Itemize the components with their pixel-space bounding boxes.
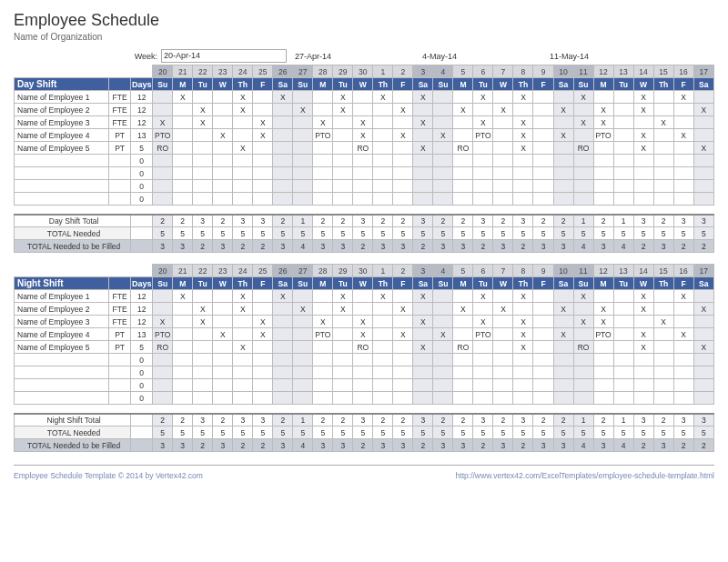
schedule-cell[interactable]: X	[593, 303, 613, 316]
schedule-cell[interactable]	[653, 91, 673, 104]
schedule-cell[interactable]	[393, 354, 413, 366]
schedule-cell[interactable]	[273, 392, 293, 405]
schedule-cell[interactable]	[613, 303, 633, 316]
schedule-cell[interactable]	[573, 366, 593, 379]
schedule-cell[interactable]	[153, 392, 173, 405]
schedule-cell[interactable]	[153, 303, 173, 316]
schedule-cell[interactable]	[233, 180, 253, 193]
schedule-cell[interactable]	[373, 104, 393, 116]
schedule-cell[interactable]	[533, 104, 553, 116]
schedule-cell[interactable]	[693, 193, 713, 206]
schedule-cell[interactable]	[413, 303, 433, 316]
schedule-cell[interactable]: X	[513, 328, 533, 341]
schedule-cell[interactable]: RO	[353, 341, 373, 354]
schedule-cell[interactable]: RO	[453, 341, 473, 354]
schedule-cell[interactable]: X	[373, 290, 393, 303]
schedule-cell[interactable]	[213, 142, 233, 155]
schedule-cell[interactable]: X	[573, 290, 593, 303]
schedule-cell[interactable]	[553, 354, 573, 366]
schedule-cell[interactable]: X	[273, 91, 293, 104]
schedule-cell[interactable]	[313, 354, 333, 366]
schedule-cell[interactable]	[493, 116, 513, 129]
schedule-cell[interactable]	[613, 180, 633, 193]
schedule-cell[interactable]	[553, 193, 573, 206]
schedule-cell[interactable]	[173, 379, 193, 392]
schedule-cell[interactable]	[473, 379, 493, 392]
schedule-cell[interactable]: PTO	[153, 129, 173, 142]
schedule-cell[interactable]	[653, 180, 673, 193]
schedule-cell[interactable]	[613, 392, 633, 405]
schedule-cell[interactable]	[413, 180, 433, 193]
schedule-cell[interactable]	[153, 379, 173, 392]
schedule-cell[interactable]	[633, 193, 653, 206]
schedule-cell[interactable]	[253, 290, 273, 303]
schedule-cell[interactable]	[353, 180, 373, 193]
employee-name[interactable]: Name of Employee 3	[15, 316, 109, 328]
schedule-cell[interactable]	[273, 193, 293, 206]
schedule-cell[interactable]	[513, 193, 533, 206]
schedule-cell[interactable]	[333, 392, 353, 405]
schedule-cell[interactable]: PTO	[313, 129, 333, 142]
schedule-cell[interactable]	[453, 354, 473, 366]
schedule-cell[interactable]	[253, 167, 273, 180]
schedule-cell[interactable]	[153, 366, 173, 379]
schedule-cell[interactable]: X	[633, 104, 653, 116]
schedule-cell[interactable]	[233, 155, 253, 167]
schedule-cell[interactable]	[493, 290, 513, 303]
schedule-cell[interactable]	[593, 354, 613, 366]
schedule-cell[interactable]	[453, 193, 473, 206]
schedule-cell[interactable]	[413, 392, 433, 405]
schedule-cell[interactable]	[333, 328, 353, 341]
schedule-cell[interactable]	[673, 104, 693, 116]
schedule-cell[interactable]	[433, 104, 453, 116]
schedule-cell[interactable]	[553, 379, 573, 392]
schedule-cell[interactable]	[193, 155, 213, 167]
schedule-cell[interactable]	[693, 155, 713, 167]
schedule-cell[interactable]	[673, 142, 693, 155]
employee-name[interactable]: Name of Employee 5	[15, 142, 109, 155]
schedule-cell[interactable]	[213, 303, 233, 316]
schedule-cell[interactable]	[493, 167, 513, 180]
schedule-cell[interactable]: PTO	[593, 129, 613, 142]
schedule-cell[interactable]	[293, 316, 313, 328]
schedule-cell[interactable]	[613, 104, 633, 116]
schedule-cell[interactable]	[353, 290, 373, 303]
schedule-cell[interactable]: X	[473, 290, 493, 303]
schedule-cell[interactable]	[293, 193, 313, 206]
schedule-cell[interactable]	[693, 290, 713, 303]
schedule-cell[interactable]	[533, 129, 553, 142]
schedule-cell[interactable]	[693, 316, 713, 328]
schedule-cell[interactable]	[553, 180, 573, 193]
schedule-cell[interactable]: X	[693, 104, 713, 116]
schedule-cell[interactable]	[653, 167, 673, 180]
schedule-cell[interactable]: X	[413, 142, 433, 155]
schedule-cell[interactable]	[433, 366, 453, 379]
schedule-cell[interactable]	[673, 316, 693, 328]
schedule-cell[interactable]	[573, 328, 593, 341]
schedule-cell[interactable]: X	[573, 116, 593, 129]
schedule-cell[interactable]	[573, 354, 593, 366]
schedule-cell[interactable]	[633, 366, 653, 379]
schedule-cell[interactable]	[173, 180, 193, 193]
schedule-cell[interactable]	[313, 155, 333, 167]
schedule-cell[interactable]	[313, 303, 333, 316]
schedule-cell[interactable]: X	[593, 104, 613, 116]
schedule-cell[interactable]: RO	[573, 142, 593, 155]
schedule-cell[interactable]	[453, 290, 473, 303]
schedule-cell[interactable]: X	[393, 104, 413, 116]
employee-type[interactable]: PT	[109, 341, 131, 354]
employee-name[interactable]: Name of Employee 3	[15, 116, 109, 129]
schedule-cell[interactable]	[273, 142, 293, 155]
schedule-cell[interactable]	[293, 392, 313, 405]
schedule-cell[interactable]	[473, 167, 493, 180]
schedule-cell[interactable]	[553, 366, 573, 379]
schedule-cell[interactable]: X	[153, 316, 173, 328]
schedule-cell[interactable]	[473, 104, 493, 116]
schedule-cell[interactable]	[653, 129, 673, 142]
schedule-cell[interactable]	[253, 180, 273, 193]
schedule-cell[interactable]	[473, 303, 493, 316]
schedule-cell[interactable]	[253, 303, 273, 316]
footer-link[interactable]: http://www.vertex42.com/ExcelTemplates/e…	[456, 471, 714, 480]
schedule-cell[interactable]: X	[653, 316, 673, 328]
schedule-cell[interactable]: PTO	[593, 328, 613, 341]
